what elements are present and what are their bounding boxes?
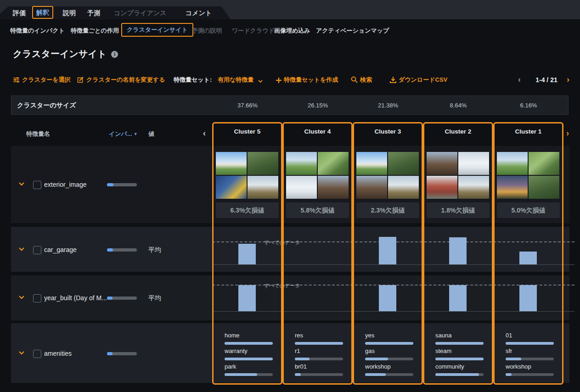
- expand-chevron-icon[interactable]: [19, 296, 24, 299]
- tab-explanation[interactable]: 説明: [63, 6, 76, 19]
- value-type-label: 平均: [148, 246, 161, 254]
- feature-row-exterior-image: exterior_image 6.3%欠損値 5.8%欠損値: [11, 146, 569, 223]
- house-photo-thumbnail[interactable]: [388, 176, 419, 199]
- house-photo-thumbnail[interactable]: [529, 152, 559, 175]
- edit-icon: [77, 76, 84, 83]
- row-checkbox[interactable]: [33, 350, 41, 358]
- download-csv-button[interactable]: ダウンロードCSV: [390, 75, 447, 84]
- amenity-word-bar: [435, 358, 484, 360]
- expand-chevron-icon[interactable]: [19, 247, 24, 251]
- amenity-word: 01: [506, 332, 556, 339]
- amenity-word-bar: [295, 358, 343, 360]
- house-photo-thumbnail[interactable]: [529, 176, 559, 199]
- subtab-feature-impact[interactable]: 特徴量のインパクト: [10, 26, 65, 36]
- tab-interpretation[interactable]: 解釈: [32, 6, 53, 19]
- cluster-size-label: クラスターのサイズ: [17, 101, 76, 110]
- house-photo-thumbnail[interactable]: [497, 152, 528, 175]
- missing-value-label: 1.8%欠損値: [427, 202, 490, 218]
- amenity-word: workshop: [365, 363, 416, 370]
- cluster-size-row: クラスターのサイズ 37.66% 26.15% 21.38% 8.64% 6.1…: [11, 95, 569, 115]
- amenity-word: home: [225, 332, 275, 339]
- house-photo-thumbnail[interactable]: [497, 176, 528, 199]
- missing-value-label: 5.0%欠損値: [497, 202, 560, 218]
- amenity-word-bar: [506, 358, 554, 360]
- clusters-scroll-left-button[interactable]: ‹: [203, 129, 206, 138]
- amenity-word: gas: [365, 347, 416, 354]
- plus-icon: [276, 78, 282, 83]
- feature-row-amenities: amenities home warranty park res r1 br01…: [11, 323, 569, 383]
- download-icon: [390, 77, 396, 83]
- amenity-word-bar-fill: [225, 373, 257, 376]
- row-checkbox[interactable]: [33, 246, 41, 254]
- feature-set-dropdown[interactable]: 有用な特徴量: [218, 75, 265, 84]
- amenity-word: warranty: [225, 347, 275, 354]
- cluster-header: Cluster 4: [284, 123, 351, 135]
- missing-value-label: 2.3%欠損値: [356, 202, 419, 218]
- house-photo-thumbnail[interactable]: [318, 176, 349, 199]
- subtab-activation-maps[interactable]: アクティベーションマップ: [316, 26, 389, 36]
- column-header-feature-name: 特徴量名: [26, 130, 50, 138]
- house-photo-thumbnail[interactable]: [427, 176, 457, 199]
- amenity-word-bar-fill: [365, 342, 413, 345]
- expand-chevron-icon[interactable]: [19, 351, 24, 355]
- amenity-word-bar: [435, 342, 484, 345]
- subtab-cluster-insights[interactable]: クラスターインサイト: [121, 23, 193, 37]
- chevron-down-icon: [258, 80, 263, 83]
- feature-name: car_garage: [44, 246, 77, 253]
- clusters-scroll-right-button[interactable]: ›: [566, 129, 569, 138]
- row-checkbox[interactable]: [33, 181, 41, 189]
- house-photo-thumbnail[interactable]: [216, 176, 247, 199]
- amenity-word-bar-fill: [295, 358, 310, 360]
- house-photo-thumbnail[interactable]: [356, 152, 387, 175]
- column-header-impact-sort[interactable]: インパ...▼: [109, 130, 138, 138]
- pagination-next-button[interactable]: ›: [567, 75, 569, 84]
- house-photo-thumbnail[interactable]: [216, 152, 247, 175]
- subtab-feature-effects[interactable]: 特徴量ごとの作用: [71, 26, 119, 36]
- histogram-bar-cluster3: [379, 285, 396, 311]
- amenity-word-bar-fill: [435, 358, 484, 360]
- sliders-icon: [13, 77, 20, 83]
- info-icon[interactable]: i: [111, 51, 118, 58]
- impact-bar: [107, 248, 137, 252]
- house-photo-thumbnail[interactable]: [248, 176, 278, 199]
- create-feature-set-button[interactable]: 特徴量セットを作成: [276, 75, 338, 84]
- pagination-prev-button[interactable]: ‹: [518, 75, 521, 84]
- row-checkbox[interactable]: [33, 294, 41, 302]
- house-photo-thumbnail[interactable]: [286, 176, 317, 199]
- impact-bar-fill: [107, 352, 113, 355]
- histogram-baseline: [212, 264, 574, 265]
- amenity-word-bar-fill: [295, 342, 343, 345]
- tab-comments[interactable]: コメント: [186, 6, 212, 19]
- house-photo-thumbnail[interactable]: [458, 152, 489, 175]
- amenity-word: sfr: [506, 347, 556, 354]
- subtab-word-cloud[interactable]: ワードクラウド: [232, 26, 275, 36]
- house-photo-thumbnail[interactable]: [427, 152, 457, 175]
- histogram-baseline: [212, 311, 574, 312]
- house-photo-thumbnail[interactable]: [286, 152, 317, 175]
- search-button[interactable]: 検索: [351, 75, 372, 84]
- house-photo-thumbnail[interactable]: [318, 152, 349, 175]
- histogram-bar-cluster5: [238, 244, 256, 264]
- cluster1-image-cell: [497, 152, 560, 199]
- missing-value-label: 6.3%欠損値: [216, 202, 279, 218]
- house-photo-thumbnail[interactable]: [248, 152, 278, 175]
- amenity-word-bar-fill: [295, 373, 301, 376]
- house-photo-thumbnail[interactable]: [388, 152, 419, 175]
- amenity-word: community: [435, 363, 486, 370]
- amenity-word-bar-fill: [435, 373, 479, 376]
- cluster3-image-cell: [356, 152, 419, 199]
- select-clusters-button[interactable]: クラスターを選択: [13, 75, 71, 84]
- subtab-image-embeddings[interactable]: 画像埋め込み: [274, 26, 310, 36]
- rename-clusters-button[interactable]: クラスターの名前を変更する: [77, 75, 165, 84]
- histogram-bar-cluster2: [449, 285, 467, 311]
- tab-evaluation[interactable]: 評価: [13, 6, 26, 19]
- house-photo-thumbnail[interactable]: [458, 176, 489, 199]
- subtab-prediction-explanations[interactable]: 予測の説明: [192, 26, 222, 36]
- amenity-word-bar: [506, 373, 554, 376]
- house-photo-thumbnail[interactable]: [356, 176, 387, 199]
- tab-prediction[interactable]: 予測: [87, 6, 100, 19]
- expand-chevron-icon[interactable]: [19, 182, 24, 186]
- tab-compliance[interactable]: コンプライアンス: [114, 6, 167, 19]
- histogram-bar-cluster3: [379, 237, 396, 264]
- amenity-word-bar: [225, 358, 273, 360]
